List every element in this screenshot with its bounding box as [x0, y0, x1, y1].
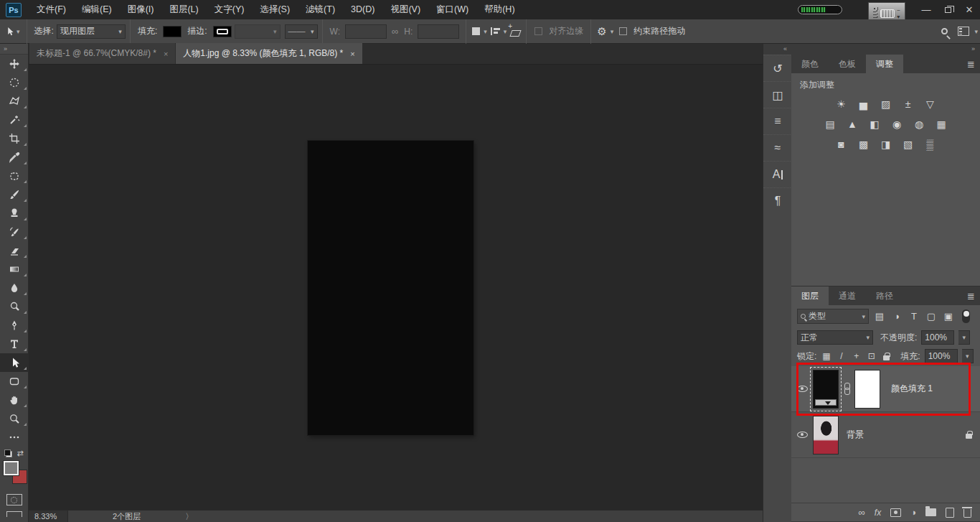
gear-chevron[interactable]: ▾: [611, 28, 614, 35]
brightness-contrast-icon[interactable]: ☀: [834, 98, 849, 111]
zoom-tool[interactable]: [0, 409, 29, 428]
tab-adjustments[interactable]: 调整: [866, 55, 903, 73]
link-layers-icon[interactable]: ∞: [859, 507, 865, 518]
shape-filter-icon[interactable]: ▢: [925, 311, 938, 322]
workspace-chevron[interactable]: ▾: [974, 28, 978, 35]
menu-file[interactable]: 文件(F): [29, 0, 74, 19]
swap-colors-icon[interactable]: ⇄: [17, 449, 23, 458]
restore-button[interactable]: [937, 0, 958, 19]
type-tool[interactable]: [0, 335, 29, 353]
workspace-icon[interactable]: [958, 27, 969, 36]
dock-collapse-button[interactable]: «: [763, 44, 791, 55]
lock-move-icon[interactable]: +: [851, 351, 862, 361]
layer-filter-dropdown[interactable]: 类型 ▾: [797, 309, 869, 324]
filter-toggle[interactable]: [962, 309, 970, 323]
zoom-level-field[interactable]: 8.33%: [29, 511, 68, 522]
path-select-tool[interactable]: [0, 353, 29, 372]
eraser-tool[interactable]: [0, 241, 29, 260]
healing-brush-tool[interactable]: [0, 167, 29, 185]
photo-filter-icon[interactable]: ◉: [890, 118, 904, 131]
stroke-swatch[interactable]: [213, 26, 232, 37]
fill-field[interactable]: 100%: [925, 349, 958, 363]
layer-row-color-fill[interactable]: 颜色填充 1: [791, 366, 980, 412]
close-icon[interactable]: ×: [164, 50, 168, 58]
tools-collapse-button[interactable]: »: [0, 44, 28, 55]
tab-swatches[interactable]: 色板: [829, 55, 866, 73]
visibility-eye-icon[interactable]: [797, 386, 808, 392]
search-icon[interactable]: [941, 28, 948, 34]
canvas[interactable]: [29, 65, 763, 510]
status-chevron[interactable]: 〉: [185, 511, 193, 522]
type-filter-icon[interactable]: T: [908, 311, 920, 322]
new-layer-icon[interactable]: [946, 508, 954, 518]
panel-expand-button[interactable]: »: [791, 44, 980, 55]
path-operations-chevron[interactable]: ▾: [484, 28, 487, 35]
lock-paint-icon[interactable]: /: [836, 351, 847, 361]
dodge-tool[interactable]: [0, 297, 29, 316]
path-align-chevron[interactable]: ▾: [504, 28, 507, 35]
selective-color-icon[interactable]: ▧: [901, 139, 915, 151]
crop-tool[interactable]: [0, 129, 29, 148]
magic-wand-tool[interactable]: [0, 111, 29, 129]
layer-effects-icon[interactable]: fx: [875, 508, 881, 518]
background-photo-thumbnail[interactable]: [813, 416, 839, 455]
fill-swatch[interactable]: [163, 26, 182, 37]
history-icon[interactable]: ↺: [763, 55, 792, 81]
smart-object-filter-icon[interactable]: ▣: [942, 311, 955, 322]
pen-tool[interactable]: [0, 316, 29, 335]
character-icon[interactable]: A: [763, 161, 792, 187]
black-white-icon[interactable]: ◧: [867, 118, 882, 131]
menu-3d[interactable]: 3D(D): [343, 0, 382, 19]
lasso-tool[interactable]: [0, 92, 29, 111]
menu-view[interactable]: 视图(V): [382, 0, 428, 19]
width-input[interactable]: [345, 24, 387, 39]
vibrance-icon[interactable]: ▽: [923, 98, 938, 111]
path-select-tool-icon[interactable]: [4, 26, 14, 37]
new-group-icon[interactable]: [925, 508, 936, 516]
menu-window[interactable]: 窗口(W): [428, 0, 476, 19]
opacity-chevron[interactable]: ▾: [958, 330, 970, 345]
threshold-icon[interactable]: ◨: [879, 139, 893, 151]
color-fill-thumbnail[interactable]: [813, 370, 839, 409]
add-mask-icon[interactable]: [890, 508, 901, 517]
document-tab-person[interactable]: 人物1.jpg @ 8.33% (颜色填充 1, RGB/8) * ×: [176, 43, 362, 64]
tab-color[interactable]: 颜色: [791, 55, 829, 73]
document-image[interactable]: [308, 141, 473, 435]
menu-layer[interactable]: 图层(L): [161, 0, 206, 19]
lock-transparent-icon[interactable]: ▦: [821, 351, 831, 361]
height-input[interactable]: [418, 24, 459, 39]
default-colors-icon[interactable]: [4, 449, 12, 457]
panel-menu-icon[interactable]: ≣: [967, 291, 974, 302]
minimize-button[interactable]: —: [915, 0, 937, 19]
layer-name[interactable]: 颜色填充 1: [891, 383, 933, 395]
adjustment-filter-icon[interactable]: ◑: [890, 311, 903, 322]
foreground-color-swatch[interactable]: [4, 461, 19, 475]
layer-row-background[interactable]: 背景: [791, 412, 980, 458]
visibility-eye-icon[interactable]: [797, 432, 808, 438]
layer-name[interactable]: 背景: [847, 429, 864, 441]
brush-settings-icon[interactable]: ≡: [763, 108, 792, 134]
levels-icon[interactable]: ▅: [857, 98, 871, 111]
path-arrange-icon[interactable]: [510, 27, 520, 36]
exposure-icon[interactable]: ±: [901, 98, 915, 111]
close-button[interactable]: ✕: [958, 0, 980, 19]
fill-chevron[interactable]: ▾: [962, 349, 974, 363]
eyedropper-tool[interactable]: [0, 148, 29, 167]
menu-select[interactable]: 选择(S): [252, 0, 298, 19]
tool-preset-chevron[interactable]: ▾: [17, 28, 20, 35]
menu-filter[interactable]: 滤镜(T): [298, 0, 343, 19]
delete-layer-icon[interactable]: [963, 509, 971, 518]
curves-icon[interactable]: ▨: [879, 98, 893, 111]
path-align-icon[interactable]: [491, 27, 500, 35]
pixel-filter-icon[interactable]: ▤: [873, 311, 886, 322]
menu-type[interactable]: 文字(Y): [207, 0, 253, 19]
opacity-field[interactable]: 100%: [921, 330, 954, 345]
quick-mask-button[interactable]: [6, 494, 22, 505]
constrain-path-checkbox[interactable]: [619, 27, 627, 35]
blend-mode-dropdown[interactable]: 正常 ▾: [797, 330, 873, 345]
hand-tool[interactable]: [0, 391, 29, 409]
color-lookup-icon[interactable]: ▦: [934, 118, 948, 131]
path-operations-icon[interactable]: [472, 27, 480, 35]
mask-link-icon[interactable]: [844, 383, 849, 396]
link-dimensions-icon[interactable]: ∞: [392, 26, 398, 37]
